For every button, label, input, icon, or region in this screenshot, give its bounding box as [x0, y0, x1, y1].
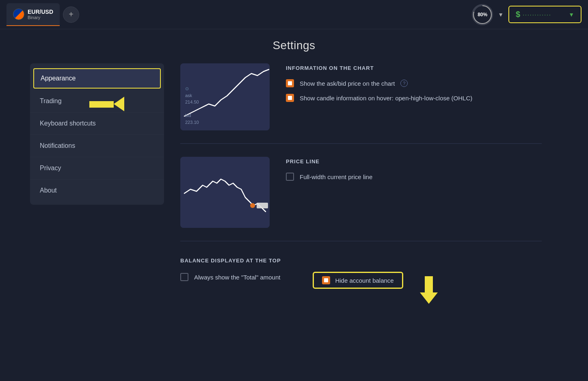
topbar: EUR/USD Binary + 80% ▼ $ ············ ▼ — [0, 0, 588, 29]
balance-section: BALANCE DISPLAYED AT THE TOP Always show… — [180, 254, 542, 289]
option-ask-bid: Show the ask/bid price on the chart ? — [286, 79, 542, 87]
checkbox-candle-info[interactable] — [286, 94, 294, 102]
checkbox-show-total[interactable] — [180, 273, 188, 281]
svg-point-2 — [250, 203, 255, 208]
hide-balance-label: Hide account balance — [335, 277, 393, 284]
balance-dots: ············ — [523, 11, 551, 18]
page-title: Settings — [272, 39, 315, 52]
tab-eurusd[interactable]: EUR/USD Binary — [6, 3, 60, 26]
option-full-width-label: Full-width current price line — [300, 173, 372, 180]
option-candle-info-label: Show candle information on hover: open-h… — [300, 95, 472, 102]
price-chart-svg — [180, 157, 270, 228]
sidebar-item-about-label: About — [40, 187, 57, 194]
flag-icon — [13, 9, 24, 20]
settings-panel: ⊙ ask 214.50 bid 223.10 INFORMATION ON T… — [164, 63, 558, 289]
progress-value: 80% — [474, 6, 491, 23]
checkbox-hide-balance[interactable] — [322, 276, 330, 284]
balance-dollar-sign: $ — [516, 10, 520, 19]
sidebar-item-notifications[interactable]: Notifications — [30, 135, 164, 157]
checkbox-ask-bid[interactable] — [286, 79, 294, 87]
arrow-head-left — [114, 97, 124, 111]
chart-preview-2 — [180, 157, 270, 228]
main-content: Settings Appearance Trading Keyboard sho… — [0, 29, 588, 381]
option-show-total: Always show the "Total" amount — [180, 273, 280, 281]
balance-left: Always show the "Total" amount — [180, 273, 280, 288]
topbar-left: EUR/USD Binary + — [6, 3, 79, 26]
svg-rect-1 — [180, 157, 270, 228]
sidebar-item-keyboard-shortcuts[interactable]: Keyboard shortcuts — [30, 113, 164, 135]
tab-text: EUR/USD Binary — [28, 9, 53, 20]
price-line-row: PRICE LINE Full-width current price line — [180, 157, 542, 228]
sidebar-item-privacy-label: Privacy — [40, 165, 61, 171]
arrow-shaft — [89, 101, 114, 108]
progress-circle[interactable]: 80% — [472, 4, 493, 25]
chart-info-title: INFORMATION ON THE CHART — [286, 65, 542, 71]
price-line-section: PRICE LINE Full-width current price line — [180, 157, 542, 241]
chart-ask-label: ⊙ ask 214.50 — [185, 85, 199, 106]
option-ask-bid-label: Show the ask/bid price on the chart — [300, 80, 395, 87]
progress-dropdown-arrow[interactable]: ▼ — [498, 11, 504, 18]
balance-caret: ▼ — [569, 11, 574, 18]
arrow-shaft-down — [425, 276, 433, 292]
sidebar-item-appearance[interactable]: Appearance — [33, 68, 161, 89]
tab-subtitle: Binary — [28, 15, 53, 20]
sidebar-item-privacy[interactable]: Privacy — [30, 157, 164, 180]
topbar-right: 80% ▼ $ ············ ▼ — [472, 4, 582, 25]
balance-button[interactable]: $ ············ ▼ — [508, 6, 582, 23]
option-full-width-price: Full-width current price line — [286, 173, 542, 181]
sidebar-item-appearance-label: Appearance — [41, 75, 76, 82]
price-line-title: PRICE LINE — [286, 158, 542, 165]
chart-info-section: ⊙ ask 214.50 bid 223.10 INFORMATION ON T… — [180, 63, 542, 144]
balance-row: Always show the "Total" amount Hide acco… — [180, 272, 542, 289]
add-tab-button[interactable]: + — [63, 6, 79, 23]
chart-label: ⊙ ask 214.50 bid 223.10 — [185, 85, 199, 126]
sidebar-item-about[interactable]: About — [30, 180, 164, 201]
help-icon-ask-bid[interactable]: ? — [400, 80, 408, 87]
chart-info-row: ⊙ ask 214.50 bid 223.10 INFORMATION ON T… — [180, 63, 542, 130]
sidebar: Appearance Trading Keyboard shortcuts No… — [30, 63, 164, 205]
chart-bid-label: bid 223.10 — [185, 106, 199, 126]
option-candle-info: Show candle information on hover: open-h… — [286, 94, 542, 102]
hide-balance-box[interactable]: Hide account balance — [313, 272, 403, 289]
sidebar-item-trading-label: Trading — [40, 97, 62, 104]
balance-section-title: BALANCE DISPLAYED AT THE TOP — [180, 258, 542, 264]
chart-info-options: INFORMATION ON THE CHART Show the ask/bi… — [286, 63, 542, 108]
price-line-options: PRICE LINE Full-width current price line — [286, 157, 542, 187]
chart-preview-1: ⊙ ask 214.50 bid 223.10 — [180, 63, 270, 130]
checkbox-full-width-price[interactable] — [286, 173, 294, 181]
annotation-appearance-arrow — [89, 97, 124, 111]
arrow-head-down — [420, 292, 438, 304]
sidebar-item-notifications-label: Notifications — [40, 142, 75, 149]
tab-title: EUR/USD — [28, 9, 53, 15]
svg-rect-3 — [257, 203, 268, 208]
option-show-total-label: Always show the "Total" amount — [194, 274, 280, 281]
sidebar-item-keyboard-shortcuts-label: Keyboard shortcuts — [40, 120, 96, 127]
annotation-balance-arrow — [420, 276, 438, 304]
